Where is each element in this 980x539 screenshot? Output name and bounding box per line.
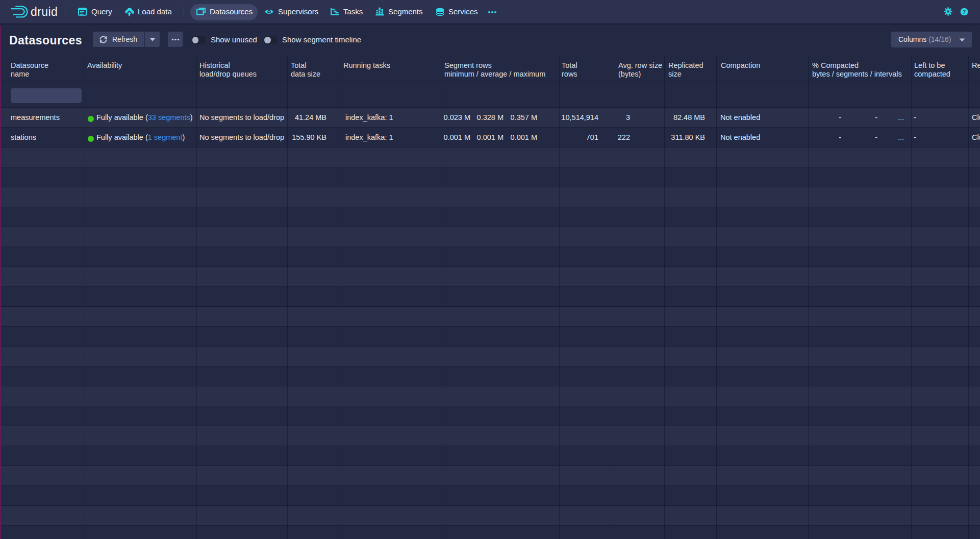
svg-text:?: ? bbox=[963, 9, 966, 15]
